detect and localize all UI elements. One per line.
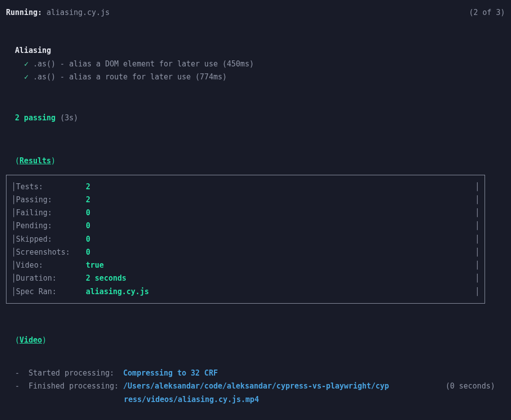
started-value: Compressing to 32 CRF [123, 369, 218, 378]
stat-label: Passing: [16, 193, 86, 206]
running-file: aliasing.cy.js [46, 8, 109, 17]
finished-path-part2: ress/videos/aliasing.cy.js.mp4 [124, 393, 259, 406]
stat-value: 0 [86, 233, 475, 246]
passing-time: (3s) [60, 113, 78, 122]
video-heading: (Video) [6, 334, 505, 347]
table-row: │ Failing:0│ [6, 206, 485, 219]
paren-close: ) [51, 156, 55, 165]
table-row: │ Passing:2│ [6, 193, 485, 206]
paren-open: ( [15, 156, 19, 165]
dash-icon: - [15, 382, 19, 391]
table-row: │ Skipped:0│ [6, 233, 485, 246]
results-box: │ Tests:2│ │ Passing:2│ │ Failing:0│ │ P… [6, 175, 485, 304]
table-row: │ Video:true│ [6, 259, 485, 272]
stat-label: Skipped: [16, 233, 86, 246]
stat-label: Failing: [16, 206, 86, 219]
dash-icon: - [15, 369, 19, 378]
passing-count: 2 passing [15, 113, 55, 122]
stat-label: Duration: [16, 272, 86, 285]
stat-label: Video: [16, 259, 86, 272]
summary-line: 2 passing (3s) [6, 111, 505, 124]
check-icon: ✓ [24, 59, 28, 68]
suite-title: Aliasing [6, 44, 505, 57]
check-icon: ✓ [24, 72, 28, 81]
stat-value: 2 [86, 193, 475, 206]
stat-value: 2 seconds [86, 272, 475, 285]
video-finished-line-2: ress/videos/aliasing.cy.js.mp4 [6, 393, 505, 406]
table-row: │ Tests:2│ [6, 180, 485, 193]
stat-value: aliasing.cy.js [86, 285, 475, 298]
test-label: .as() - alias a route for later use (774… [33, 72, 227, 81]
stat-label: Screenshots: [16, 246, 86, 259]
stat-value: true [86, 259, 475, 272]
table-row: │ Spec Ran:aliasing.cy.js│ [6, 285, 485, 298]
test-label: .as() - alias a DOM element for later us… [33, 59, 254, 68]
finished-label: Finished processing: [28, 382, 119, 391]
stat-label: Spec Ran: [16, 285, 86, 298]
running-label: Running: [6, 8, 42, 17]
spec-suite: Aliasing ✓ .as() - alias a DOM element f… [6, 44, 505, 83]
table-row: │ Duration:2 seconds│ [6, 272, 485, 285]
table-row: │ Pending:0│ [6, 219, 485, 232]
started-label: Started processing: [28, 369, 114, 378]
results-heading: (Results) [6, 154, 505, 167]
stat-value: 0 [86, 206, 475, 219]
results-label: Results [19, 156, 51, 165]
test-line: ✓ .as() - alias a DOM element for later … [6, 57, 505, 70]
table-row: │ Screenshots:0│ [6, 246, 485, 259]
stat-value: 0 [86, 246, 475, 259]
stat-value: 0 [86, 219, 475, 232]
finished-time: (0 seconds) [446, 382, 495, 391]
finished-path-part1: /Users/aleksandar/code/aleksandar/cypres… [123, 380, 389, 393]
stat-label: Tests: [16, 180, 86, 193]
stat-label: Pending: [16, 219, 86, 232]
stat-value: 2 [86, 180, 475, 193]
paren-close: ) [42, 336, 46, 345]
running-count: (2 of 3) [469, 6, 505, 19]
video-label: Video [19, 336, 42, 345]
running-header: Running: aliasing.cy.js (2 of 3) [6, 6, 505, 19]
video-started-line: - Started processing: Compressing to 32 … [6, 367, 505, 380]
test-line: ✓ .as() - alias a route for later use (7… [6, 70, 505, 83]
paren-open: ( [15, 336, 19, 345]
video-finished-line: - Finished processing: /Users/aleksandar… [6, 380, 505, 393]
